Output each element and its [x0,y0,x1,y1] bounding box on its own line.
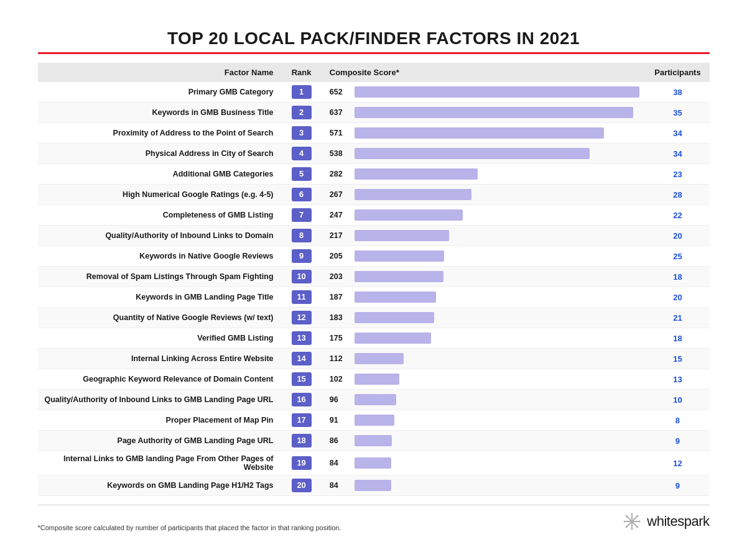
title-underline [38,52,710,54]
table-row: Quality/Authority of Inbound Links to GM… [38,390,710,410]
score-label: 175 [330,334,350,342]
score-label: 84 [330,481,350,490]
bar-fill [355,271,443,282]
footer-divider [38,505,710,505]
table-wrapper: Factor Name Rank Composite Score* Partic… [38,63,710,496]
col-rank: Rank [280,63,323,82]
factor-name-cell: Internal Links to GMB landing Page From … [38,451,280,475]
bar-fill [355,312,435,323]
factor-name-cell: Page Authority of GMB Landing Page URL [38,431,280,451]
table-row: Quantity of Native Google Reviews (w/ te… [38,308,710,328]
bar-background [355,189,640,200]
rank-cell: 6 [280,185,323,205]
rank-cell: 12 [280,308,323,328]
participants-cell: 35 [646,103,709,123]
factor-name-cell: Internal Linking Across Entire Website [38,349,280,369]
factor-name-cell: Quality/Authority of Inbound Links to GM… [38,390,280,410]
rank-cell: 3 [280,123,323,144]
score-cell: 187 [323,287,646,308]
score-cell: 267 [323,185,646,205]
table-row: Page Authority of GMB Landing Page URL18… [38,431,710,451]
score-label: 538 [330,149,350,158]
score-label: 91 [330,416,350,425]
rank-badge: 9 [292,249,312,263]
svg-point-6 [624,520,626,522]
factor-name-cell: Completeness of GMB Listing [38,205,280,226]
participants-cell: 10 [646,390,709,410]
participants-cell: 34 [646,123,709,144]
rank-badge: 6 [292,188,312,201]
participants-cell: 13 [646,369,709,390]
participants-cell: 15 [646,349,709,369]
factor-name-cell: Geographic Keyword Relevance of Domain C… [38,369,280,390]
rank-cell: 19 [280,451,323,475]
rank-cell: 7 [280,205,323,226]
rank-badge: 7 [292,208,312,222]
rank-badge: 8 [292,229,312,242]
rank-badge: 3 [292,126,312,140]
table-row: Additional GMB Categories528223 [38,164,710,185]
score-cell: 112 [323,349,646,369]
bar-background [355,250,640,262]
bar-fill [355,230,450,241]
score-label: 267 [330,190,350,199]
rank-cell: 20 [280,475,323,496]
table-body: Primary GMB Category165238Keywords in GM… [38,82,710,496]
score-label: 247 [330,211,350,219]
participants-cell: 20 [646,287,709,308]
rank-badge: 4 [292,147,312,160]
bar-background [355,168,640,180]
bar-background [355,457,640,469]
table-row: Quality/Authority of Inbound Links to Do… [38,226,710,246]
score-cell: 96 [323,390,646,410]
rank-cell: 16 [280,390,323,410]
bar-background [355,291,640,303]
bar-background [355,480,640,491]
factor-name-cell: High Numerical Google Ratings (e.g. 4-5) [38,185,280,205]
bar-fill [355,127,605,139]
factor-name-cell: Physical Address in City of Search [38,144,280,164]
score-cell: 217 [323,226,646,246]
bar-background [355,148,640,159]
table-row: Removal of Spam Listings Through Spam Fi… [38,267,710,287]
score-cell: 652 [323,82,646,103]
table-row: Primary GMB Category165238 [38,82,710,103]
bar-background [355,415,640,426]
participants-cell: 22 [646,205,709,226]
score-cell: 84 [323,475,646,496]
bar-fill [355,394,397,405]
factor-name-cell: Keywords in Native Google Reviews [38,246,280,267]
factor-name-cell: Additional GMB Categories [38,164,280,185]
score-cell: 86 [323,431,646,451]
table-header-row: Factor Name Rank Composite Score* Partic… [38,63,710,82]
bar-fill [355,291,437,303]
bar-background [355,312,640,323]
score-cell: 205 [323,246,646,267]
factor-name-cell: Quantity of Native Google Reviews (w/ te… [38,308,280,328]
rank-badge: 13 [292,331,312,345]
svg-point-8 [626,515,628,517]
factors-table: Factor Name Rank Composite Score* Partic… [38,63,710,496]
footer: *Composite score calculated by number of… [38,512,710,531]
participants-cell: 38 [646,82,709,103]
rank-cell: 2 [280,103,323,123]
rank-cell: 18 [280,431,323,451]
rank-cell: 9 [280,246,323,267]
score-cell: 175 [323,328,646,349]
factor-name-cell: Quality/Authority of Inbound Links to Do… [38,226,280,246]
rank-cell: 5 [280,164,323,185]
bar-fill [355,189,471,200]
participants-cell: 28 [646,185,709,205]
score-cell: 84 [323,451,646,475]
table-row: Proximity of Address to the Point of Sea… [38,123,710,144]
score-label: 187 [330,293,350,301]
table-row: Keywords in Native Google Reviews920525 [38,246,710,267]
table-row: High Numerical Google Ratings (e.g. 4-5)… [38,185,710,205]
rank-cell: 15 [280,369,323,390]
factor-name-cell: Keywords in GMB Business Title [38,103,280,123]
col-factor: Factor Name [38,63,280,82]
rank-cell: 1 [280,82,323,103]
score-cell: 203 [323,267,646,287]
rank-badge: 5 [292,167,312,181]
score-label: 102 [330,375,350,383]
